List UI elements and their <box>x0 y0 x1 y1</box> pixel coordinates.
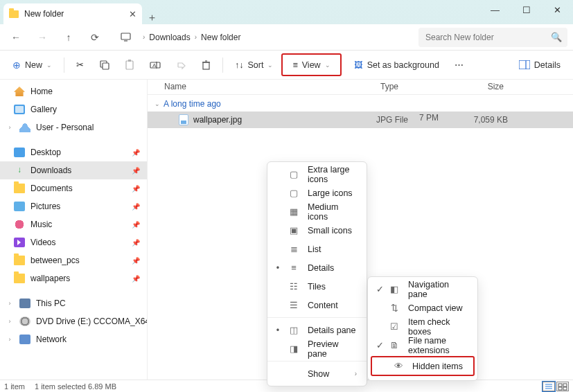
menu-hidden-items[interactable]: 👁Hidden items <box>372 357 473 375</box>
breadcrumb-folder[interactable]: New folder <box>201 33 240 42</box>
set-background-button[interactable]: 🖼 Set as background <box>347 55 446 75</box>
location-icon[interactable] <box>112 27 139 48</box>
menu-preview-pane[interactable]: ◨Preview pane <box>267 339 367 358</box>
menu-large[interactable]: ▢Large icons <box>267 184 367 202</box>
pin-icon: 📌 <box>132 203 140 211</box>
details-pane-button[interactable]: Details <box>512 55 567 75</box>
view-details-toggle[interactable] <box>543 382 555 391</box>
cut-button[interactable]: ✂ <box>69 55 91 75</box>
close-window-button[interactable]: ✕ <box>542 0 573 21</box>
menu-file-extensions[interactable]: ✓🗎File name extensions <box>368 336 477 355</box>
svg-rect-5 <box>128 60 131 62</box>
tiles-icon: ☷ <box>288 281 299 292</box>
search-box[interactable]: 🔍 <box>418 28 567 47</box>
scissors-icon: ✂ <box>76 60 84 70</box>
more-button[interactable]: ⋯ <box>448 55 470 75</box>
paste-button[interactable] <box>118 55 141 75</box>
forward-button[interactable]: → <box>29 27 55 48</box>
delete-button[interactable] <box>195 55 218 75</box>
minimize-button[interactable]: ― <box>479 0 511 21</box>
sidebar-item-wallpapers[interactable]: wallpapers📌 <box>0 269 147 287</box>
sidebar-item-user[interactable]: ›User - Personal <box>0 118 147 136</box>
window-tab[interactable]: New folder ✕ <box>3 3 142 24</box>
grid-icon: ▣ <box>288 225 299 235</box>
menu-medium[interactable]: ▦Medium icons <box>267 202 367 221</box>
chevron-down-icon: ⌄ <box>46 62 52 69</box>
chevron-right-icon[interactable]: › <box>6 336 14 343</box>
copy-button[interactable] <box>92 55 116 75</box>
nav-pane-icon: ◧ <box>389 284 400 294</box>
chevron-down-icon: ⌄ <box>155 100 160 107</box>
title-bar: New folder ✕ ＋ ― ☐ ✕ <box>0 0 573 24</box>
share-button[interactable] <box>169 55 193 75</box>
menu-show[interactable]: Show› <box>267 364 367 383</box>
svg-rect-0 <box>121 33 130 39</box>
sidebar: Home Gallery ›User - Personal Desktop📌 ↓… <box>0 80 148 380</box>
new-tab-button[interactable]: ＋ <box>142 11 161 24</box>
chevron-right-icon: › <box>143 33 145 41</box>
check-icon: ✓ <box>376 340 380 350</box>
menu-tiles[interactable]: ☷Tiles <box>267 277 367 296</box>
checkbox-icon: ☑ <box>389 321 400 332</box>
col-name[interactable]: Name <box>148 80 376 94</box>
group-label: A long time ago <box>164 99 221 109</box>
sort-button[interactable]: ↑↓ Sort ⌄ <box>228 55 280 75</box>
pin-icon: 📌 <box>132 167 140 175</box>
sidebar-item-documents[interactable]: Documents📌 <box>0 179 147 197</box>
menu-list[interactable]: ≣List <box>267 240 367 258</box>
view-thumbnails-toggle[interactable] <box>556 382 569 391</box>
col-type[interactable]: Type <box>376 80 446 94</box>
file-row[interactable]: wallpaper.jpg JPG File 7,059 KB <box>148 112 573 128</box>
breadcrumb-downloads[interactable]: Downloads <box>149 33 190 42</box>
sidebar-item-music[interactable]: Music📌 <box>0 215 147 233</box>
download-icon: ↓ <box>14 166 25 175</box>
view-label: View <box>302 60 321 70</box>
chevron-right-icon[interactable]: › <box>6 300 14 307</box>
sort-label: Sort <box>248 60 264 70</box>
chevron-right-icon[interactable]: › <box>6 124 14 131</box>
sidebar-item-dvd[interactable]: ›DVD Drive (E:) CCCOMA_X64FRE_EN <box>0 312 147 330</box>
pictures-icon <box>14 202 25 211</box>
breadcrumb: › Downloads › New folder <box>143 33 240 42</box>
share-icon <box>176 60 186 70</box>
back-button[interactable]: ← <box>3 27 29 48</box>
menu-check-boxes[interactable]: ☑Item check boxes <box>368 317 477 336</box>
menu-content[interactable]: ☰Content <box>267 296 367 314</box>
sidebar-item-network[interactable]: ›Network <box>0 330 147 348</box>
svg-rect-4 <box>126 61 133 69</box>
sidebar-item-desktop[interactable]: Desktop📌 <box>0 143 147 161</box>
menu-small[interactable]: ▣Small icons <box>267 221 367 240</box>
maximize-button[interactable]: ☐ <box>511 0 542 21</box>
menu-details-pane[interactable]: •◫Details pane <box>267 321 367 339</box>
rename-button[interactable]: A <box>143 55 168 75</box>
up-button[interactable]: ↑ <box>55 27 82 48</box>
menu-navigation-pane[interactable]: ✓◧Navigation pane <box>368 280 477 299</box>
group-header[interactable]: ⌄ A long time ago <box>148 95 573 112</box>
sidebar-item-downloads[interactable]: ↓Downloads📌 <box>0 161 147 179</box>
refresh-button[interactable]: ⟳ <box>82 27 108 48</box>
sidebar-item-between[interactable]: between_pcs📌 <box>0 251 147 269</box>
menu-extra-large[interactable]: ▢Extra large icons <box>267 165 367 184</box>
sidebar-item-home[interactable]: Home <box>0 82 147 100</box>
search-input[interactable] <box>424 32 551 43</box>
monitor-icon <box>121 33 131 42</box>
sidebar-item-thispc[interactable]: ›This PC <box>0 294 147 312</box>
sidebar-item-pictures[interactable]: Pictures📌 <box>0 197 147 215</box>
sidebar-item-videos[interactable]: Videos📌 <box>0 233 147 251</box>
new-button[interactable]: ⊕ New ⌄ <box>6 55 59 75</box>
grid-icon: ▦ <box>288 206 299 217</box>
view-button[interactable]: ≡ View ⌄ <box>285 55 337 75</box>
menu-compact-view[interactable]: ⇅Compact view <box>368 299 477 317</box>
col-size[interactable]: Size <box>446 80 508 94</box>
sidebar-item-gallery[interactable]: Gallery <box>0 100 147 118</box>
menu-details[interactable]: •≡Details <box>267 258 367 277</box>
close-tab-icon[interactable]: ✕ <box>129 9 136 19</box>
chevron-right-icon[interactable]: › <box>6 318 14 325</box>
file-name: wallpaper.jpg <box>193 115 242 125</box>
status-selected: 1 item selected 6.89 MB <box>35 382 116 391</box>
details-icon: ≡ <box>288 262 299 273</box>
check-icon: ✓ <box>376 284 380 294</box>
grid-icon: ▢ <box>288 169 299 179</box>
svg-rect-20 <box>563 387 567 390</box>
svg-rect-17 <box>558 384 562 386</box>
